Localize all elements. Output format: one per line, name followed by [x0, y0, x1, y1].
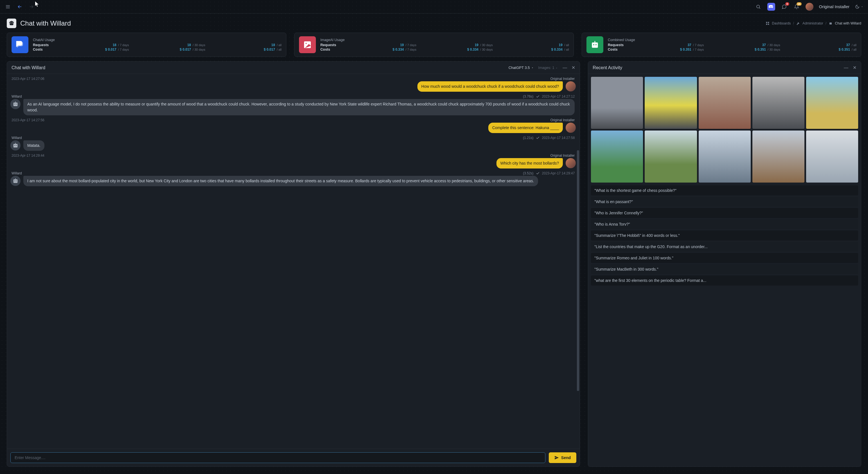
chevron-down-icon — [861, 5, 864, 8]
stat-title: ChatAI Usage — [33, 38, 282, 42]
thumbnail[interactable] — [752, 77, 804, 129]
message-bubble: I am not sure about the most bollard-pop… — [23, 176, 538, 186]
svg-point-10 — [830, 23, 831, 24]
activity-panel-title: Recent Activity — [593, 65, 622, 70]
chat-notifications-icon[interactable]: 3 — [781, 3, 787, 10]
message-bubble: Complete this sentence: Hakuna ____ — [488, 123, 563, 133]
theme-toggle[interactable] — [855, 4, 864, 9]
msg-timestamp: 2023-Apr-17 14:27:56 — [11, 118, 44, 122]
user-avatar-small — [566, 81, 576, 91]
check-icon — [536, 136, 540, 140]
svg-point-27 — [14, 181, 15, 182]
nav-back-button[interactable] — [16, 3, 23, 10]
prompt-item[interactable]: "Who is Anna Torv?" — [591, 219, 858, 229]
svg-point-13 — [306, 43, 307, 44]
msg-timestamp: 2023-Apr-17 14:27:58 — [542, 136, 575, 140]
thumbnail[interactable] — [699, 130, 751, 183]
breadcrumb-admin[interactable]: Administrator — [803, 21, 823, 25]
msg-timestamp: 2023-Apr-17 14:27:12 — [542, 95, 575, 98]
bell-icon[interactable]: 15 — [793, 3, 800, 10]
page-title: Chat with Willard — [20, 20, 71, 27]
msg-timing: (1.21s) — [523, 136, 533, 140]
user-message: Complete this sentence: Hakuna ____ — [10, 123, 576, 133]
prompt-item[interactable]: "Who is Jennifer Connelly?" — [591, 208, 858, 218]
message-bubble: Which city has the most bollards? — [496, 158, 563, 168]
search-icon[interactable] — [755, 3, 762, 10]
chat-panel-title: Chat with Willard — [11, 65, 45, 70]
svg-rect-6 — [768, 22, 769, 23]
msg-author: Willard — [11, 171, 22, 175]
minimize-button[interactable]: — — [844, 65, 848, 70]
prompt-item[interactable]: "what are the first 30 elements on the p… — [591, 275, 858, 286]
svg-rect-7 — [766, 24, 767, 25]
bot-avatar-small — [10, 140, 21, 151]
svg-rect-9 — [830, 23, 832, 25]
svg-line-4 — [759, 8, 760, 9]
svg-rect-8 — [768, 24, 769, 25]
activity-panel: Recent Activity — ✕ "What is the shortes… — [588, 61, 861, 467]
thumbnail[interactable] — [645, 130, 697, 183]
msg-author: Original Installer — [551, 118, 575, 122]
msg-timestamp: 2023-Apr-17 14:29:47 — [542, 171, 575, 175]
check-icon — [536, 95, 540, 98]
stat-row-label: Requests — [320, 43, 340, 47]
prompt-item[interactable]: "What is en passant?" — [591, 197, 858, 207]
prompt-list: "What is the shortest game of chess poss… — [591, 185, 858, 286]
stat-row-label: Costs — [320, 48, 340, 52]
prompt-item[interactable]: "Summarize MacBeth in 300 words." — [591, 264, 858, 274]
minimize-button[interactable]: — — [562, 65, 567, 70]
thumbnail[interactable] — [806, 77, 858, 129]
msg-author: Willard — [11, 95, 22, 98]
prompt-item[interactable]: "List the countries that make up the G20… — [591, 242, 858, 252]
notif-badge: 3 — [785, 2, 789, 6]
check-icon — [536, 171, 540, 175]
stat-cards-row: ChatAI Usage Requests 18/ 7 days 18/ 30 … — [0, 33, 868, 61]
user-avatar[interactable] — [806, 3, 813, 11]
message-input[interactable] — [10, 452, 546, 463]
svg-rect-17 — [595, 41, 595, 42]
discord-icon[interactable] — [767, 3, 775, 11]
hamburger-menu[interactable] — [4, 3, 11, 10]
prompt-item[interactable]: "Summarize Romeo and Juliet in 100 words… — [591, 253, 858, 263]
bot-avatar-small — [10, 99, 21, 109]
svg-point-23 — [14, 145, 15, 146]
msg-author: Original Installer — [551, 154, 575, 158]
prompt-item[interactable]: "What is the shortest game of chess poss… — [591, 185, 858, 195]
stat-row-label: Costs — [608, 48, 627, 52]
wrench-icon — [796, 21, 800, 25]
bot-message: As an AI language model, I do not posses… — [10, 99, 576, 115]
prompt-item[interactable]: "Summarize \"The Hobbit\" in 400 words o… — [591, 230, 858, 241]
user-message: Which city has the most bollards? — [10, 158, 576, 168]
breadcrumb-dashboards[interactable]: Dashboards — [772, 21, 790, 25]
svg-point-11 — [831, 23, 831, 24]
thumbnail[interactable] — [699, 77, 751, 129]
msg-timing: (3.52s) — [523, 171, 533, 175]
stat-title: Combined Usage — [608, 38, 857, 42]
model-select[interactable]: ChatGPT 3.5 — [508, 66, 534, 70]
bot-icon — [7, 19, 16, 28]
thumbnail[interactable] — [806, 130, 858, 183]
message-bubble: Matata. — [23, 140, 44, 151]
stat-icon — [299, 36, 316, 53]
thumbnail[interactable] — [645, 77, 697, 129]
nav-forward-button[interactable] — [28, 3, 35, 10]
send-button[interactable]: Send — [549, 452, 576, 463]
svg-rect-26 — [13, 180, 18, 183]
topbar: 3 15 Original Installer — [0, 0, 868, 13]
stat-row-label: Costs — [33, 48, 53, 52]
svg-point-16 — [595, 44, 596, 45]
close-button[interactable]: ✕ — [571, 65, 575, 70]
thumbnail[interactable] — [591, 77, 643, 129]
images-info[interactable]: Images: 1 — [538, 66, 558, 70]
bot-small-icon — [829, 21, 833, 25]
thumbnail[interactable] — [752, 130, 804, 183]
svg-rect-5 — [766, 22, 767, 23]
moon-icon — [855, 4, 860, 9]
chat-panel: Chat with Willard ChatGPT 3.5 Images: 1 … — [7, 61, 580, 467]
chevron-down-icon — [531, 66, 534, 69]
close-button[interactable]: ✕ — [853, 65, 857, 70]
scrollbar-thumb[interactable] — [577, 150, 579, 391]
thumbnail[interactable] — [591, 130, 643, 183]
dashboard-icon — [766, 21, 770, 25]
stat-icon — [11, 36, 28, 53]
